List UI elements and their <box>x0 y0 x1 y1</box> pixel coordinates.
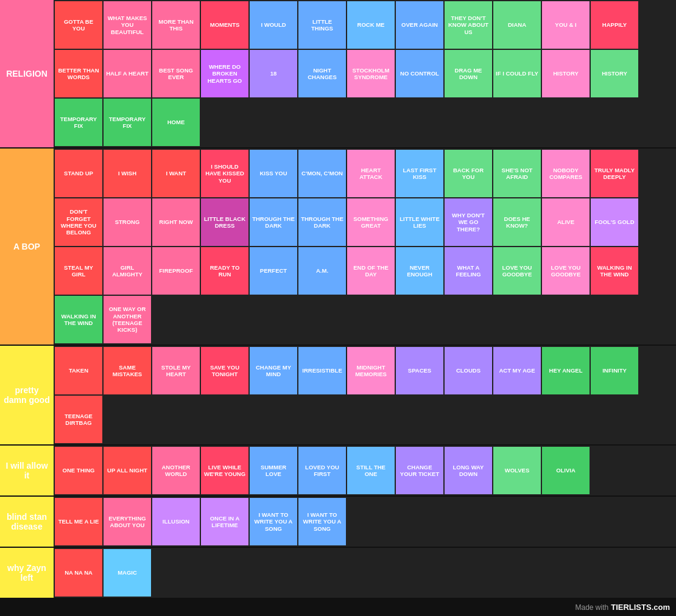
song-tile[interactable]: GIRL ALMIGHTY <box>104 247 151 295</box>
song-tile[interactable]: HALF A HEART <box>104 50 151 97</box>
song-tile[interactable]: NA NA NA <box>55 549 102 597</box>
song-tile[interactable]: SHE'S NOT AFRAID <box>493 150 541 197</box>
song-tile[interactable]: ONCE IN A LIFETIME <box>201 498 248 545</box>
song-tile[interactable]: CLOUDS <box>445 347 492 394</box>
song-tile[interactable]: DRAG ME DOWN <box>445 50 492 97</box>
song-tile[interactable]: LOVE YOU GOODBYE <box>493 247 541 295</box>
song-tile[interactable]: ACT MY AGE <box>493 347 541 394</box>
song-tile[interactable]: I WOULD <box>250 1 297 49</box>
song-tile[interactable]: HISTORY <box>542 50 590 97</box>
song-tile[interactable]: LAST FIRST KISS <box>396 150 443 197</box>
song-tile[interactable]: WHERE DO BROKEN HEARTS GO <box>201 50 248 97</box>
song-tile[interactable]: SAME MISTAKES <box>104 347 151 394</box>
song-tile[interactable]: LOVED YOU FIRST <box>298 447 346 494</box>
song-tile[interactable]: MAGIC <box>104 549 151 597</box>
song-tile[interactable]: STILL THE ONE <box>347 447 395 494</box>
song-tile[interactable]: THROUGH THE DARK <box>250 198 297 246</box>
song-tile[interactable]: LIVE WHILE WE'RE YOUNG <box>201 447 248 494</box>
song-tile[interactable]: GOTTA BE YOU <box>55 1 102 49</box>
song-tile[interactable]: KISS YOU <box>250 150 297 197</box>
song-tile[interactable]: A.M. <box>298 247 346 295</box>
song-tile[interactable]: THEY DON'T KNOW ABOUT US <box>445 1 492 49</box>
song-tile[interactable]: NO CONTROL <box>396 50 443 97</box>
song-tile[interactable]: HAPPILY <box>591 1 638 49</box>
song-tile[interactable]: IRRESISTIBLE <box>298 347 346 394</box>
song-tile[interactable]: HEY ANGEL <box>542 347 590 394</box>
song-tile[interactable]: BETTER THAN WORDS <box>55 50 102 97</box>
song-tile[interactable]: I SHOULD HAVE KISSED YOU <box>201 150 248 197</box>
song-tile[interactable]: TRULY MADLY DEEPLY <box>591 150 638 197</box>
song-tile[interactable]: DIANA <box>493 1 541 49</box>
song-tile[interactable]: LOVE YOU GOODBYE <box>542 247 590 295</box>
song-tile[interactable]: I WISH <box>104 150 151 197</box>
song-tile[interactable]: TEMPORARY FIX <box>104 99 151 146</box>
song-tile[interactable]: IF I COULD FLY <box>493 50 541 97</box>
song-tile[interactable]: BACK FOR YOU <box>445 150 492 197</box>
song-tile[interactable]: CHANGE YOUR TICKET <box>396 447 443 494</box>
song-tile[interactable]: STOCKHOLM SYNDROME <box>347 50 395 97</box>
tier-row-a-bop: A BOPSTAND UPI WISHI WANTI SHOULD HAVE K… <box>0 149 676 346</box>
song-tile[interactable]: STAND UP <box>55 150 102 197</box>
song-tile[interactable]: MORE THAN THIS <box>152 1 200 49</box>
song-tile[interactable]: MOMENTS <box>201 1 248 49</box>
tier-row-blind-stan-disease: blind stan diseaseTELL ME A LIEEVERYTHIN… <box>0 497 676 548</box>
song-tile[interactable]: LITTLE WHITE LIES <box>396 198 443 246</box>
song-tile[interactable]: TEMPORARY FIX <box>55 99 102 146</box>
song-tile[interactable]: ONE WAY OR ANOTHER (TEENAGE KICKS) <box>104 296 151 343</box>
song-tile[interactable]: LITTLE BLACK DRESS <box>201 198 248 246</box>
song-tile[interactable]: MIDNIGHT MEMORIES <box>347 347 395 394</box>
song-tile[interactable]: FOOL'S GOLD <box>591 198 638 246</box>
song-tile[interactable]: WHAT MAKES YOU BEAUTIFUL <box>104 1 151 49</box>
song-tile[interactable]: HEART ATTACK <box>347 150 395 197</box>
song-tile[interactable]: 18 <box>250 50 297 97</box>
song-tile[interactable]: STEAL MY GIRL <box>55 247 102 295</box>
song-tile[interactable]: C'MON, C'MON <box>298 150 346 197</box>
song-tile[interactable]: ONE THING <box>55 447 102 494</box>
footer-text: Made with <box>576 603 609 612</box>
song-tile[interactable]: SOMETHING GREAT <box>347 198 395 246</box>
song-tile[interactable]: DOES HE KNOW? <box>493 198 541 246</box>
song-tile[interactable]: CHANGE MY MIND <box>250 347 297 394</box>
song-tile[interactable]: END OF THE DAY <box>347 247 395 295</box>
song-tile[interactable]: SPACES <box>396 347 443 394</box>
song-tile[interactable]: TAKEN <box>55 347 102 394</box>
song-tile[interactable]: NEVER ENOUGH <box>396 247 443 295</box>
song-tile[interactable]: ANOTHER WORLD <box>152 447 200 494</box>
song-tile[interactable]: STOLE MY HEART <box>152 347 200 394</box>
song-tile[interactable]: STRONG <box>104 198 151 246</box>
song-tile[interactable]: WHAT A FEELING <box>445 247 492 295</box>
song-tile[interactable]: ILLUSION <box>152 498 200 545</box>
song-tile[interactable]: I WANT TO WRITE YOU A SONG <box>250 498 297 545</box>
song-tile[interactable]: BEST SONG EVER <box>152 50 200 97</box>
song-tile[interactable]: SAVE YOU TONIGHT <box>201 347 248 394</box>
song-tile[interactable]: RIGHT NOW <box>152 198 200 246</box>
song-tile[interactable]: TELL ME A LIE <box>55 498 102 545</box>
song-tile[interactable]: FIREPROOF <box>152 247 200 295</box>
song-tile[interactable]: INFINITY <box>591 347 638 394</box>
song-tile[interactable]: ALIVE <box>542 198 590 246</box>
song-tile[interactable]: NIGHT CHANGES <box>298 50 346 97</box>
song-tile[interactable]: ROCK ME <box>347 1 395 49</box>
song-tile[interactable]: LITTLE THINGS <box>298 1 346 49</box>
song-tile[interactable]: THROUGH THE DARK <box>298 198 346 246</box>
song-tile[interactable]: I WANT TO WRITE YOU A SONG <box>298 498 346 545</box>
song-tile[interactable]: UP ALL NIGHT <box>104 447 151 494</box>
song-tile[interactable]: DON'T FORGET WHERE YOU BELONG <box>55 198 102 246</box>
song-tile[interactable]: HOME <box>152 99 200 146</box>
song-tile[interactable]: READY TO RUN <box>201 247 248 295</box>
song-tile[interactable]: WHY DON'T WE GO THERE? <box>445 198 492 246</box>
song-tile[interactable]: PERFECT <box>250 247 297 295</box>
song-tile[interactable]: EVERYTHING ABOUT YOU <box>104 498 151 545</box>
song-tile[interactable]: WOLVES <box>493 447 541 494</box>
song-tile[interactable]: WALKING IN THE WIND <box>591 247 638 295</box>
song-tile[interactable]: OVER AGAIN <box>396 1 443 49</box>
song-tile[interactable]: HISTORY <box>591 50 638 97</box>
song-tile[interactable]: I WANT <box>152 150 200 197</box>
song-tile[interactable]: YOU & I <box>542 1 590 49</box>
song-tile[interactable]: WALKING IN THE WIND <box>55 296 102 343</box>
song-tile[interactable]: SUMMER LOVE <box>250 447 297 494</box>
song-tile[interactable]: TEENAGE DIRTBAG <box>55 396 102 443</box>
song-tile[interactable]: NOBODY COMPARES <box>542 150 590 197</box>
song-tile[interactable]: OLIVIA <box>542 447 590 494</box>
song-tile[interactable]: LONG WAY DOWN <box>445 447 492 494</box>
